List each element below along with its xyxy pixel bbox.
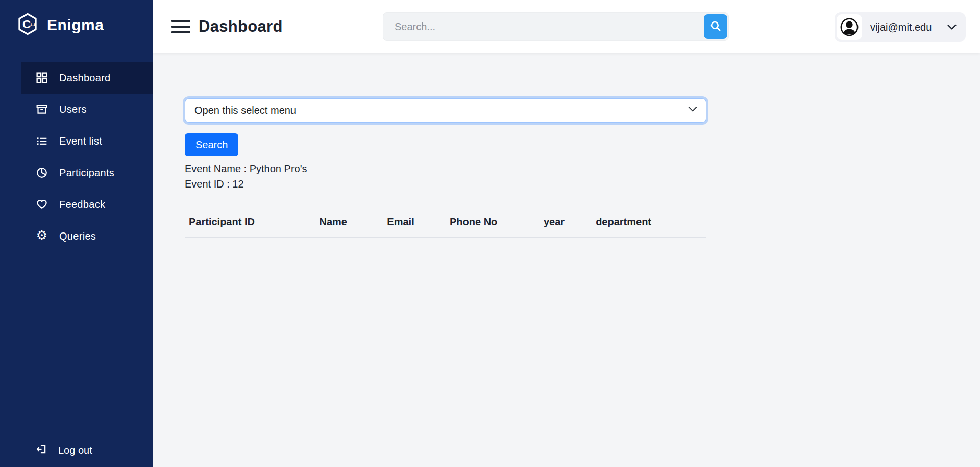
sidebar-item-logout[interactable]: Log out (0, 434, 153, 466)
app-root: C ++ Enigma Dashboard (0, 0, 980, 467)
column-header-year: year (540, 213, 592, 238)
event-id-text: Event ID : 12 (185, 176, 980, 192)
brand[interactable]: C ++ Enigma (0, 0, 153, 48)
search-input[interactable] (383, 12, 729, 41)
grid-icon (36, 72, 48, 83)
sidebar-item-label: Users (59, 104, 87, 115)
page-title: Dashboard (199, 17, 283, 36)
chevron-down-icon (947, 24, 957, 30)
sidebar-nav: Dashboard Users (0, 62, 153, 252)
column-header-name: Name (315, 213, 383, 238)
sidebar-item-dashboard[interactable]: Dashboard (21, 62, 153, 94)
main-column: Dashboard (153, 0, 980, 467)
list-icon (36, 135, 48, 147)
search-icon (709, 20, 722, 34)
participants-table: Participant ID Name Email Phone No year … (185, 213, 706, 238)
svg-text:++: ++ (30, 21, 36, 28)
logout-icon (36, 443, 47, 457)
avatar (837, 14, 862, 40)
hamburger-menu-icon[interactable] (172, 20, 190, 33)
sidebar-item-label: Participants (59, 167, 114, 179)
column-header-participant-id: Participant ID (185, 213, 315, 238)
sidebar-item-label: Feedback (59, 199, 105, 211)
logout-label: Log out (58, 445, 92, 456)
event-select-wrap: Open this select menu (185, 98, 706, 123)
participants-table-header-row: Participant ID Name Email Phone No year … (185, 213, 706, 238)
column-header-email: Email (383, 213, 446, 238)
gear-icon: ⚙ (36, 230, 48, 243)
user-email: vijai@mit.edu (870, 21, 932, 33)
dashboard-content: Open this select menu Search Event Name … (153, 53, 980, 467)
sidebar: C ++ Enigma Dashboard (0, 0, 153, 467)
sidebar-item-queries[interactable]: ⚙ Queries (0, 220, 153, 252)
sidebar-item-users[interactable]: Users (0, 94, 153, 125)
top-header: Dashboard (153, 0, 980, 53)
column-header-phone-no: Phone No (446, 213, 540, 238)
event-select[interactable]: Open this select menu (185, 98, 706, 123)
header-search-button[interactable] (704, 14, 727, 39)
sidebar-item-label: Dashboard (59, 72, 111, 84)
column-header-department: department (592, 213, 706, 238)
brand-name: Enigma (47, 16, 104, 34)
search-button[interactable]: Search (185, 133, 238, 156)
sidebar-item-event-list[interactable]: Event list (0, 125, 153, 157)
pie-chart-icon (36, 167, 48, 178)
sidebar-item-label: Event list (59, 135, 102, 147)
archive-box-icon (36, 104, 48, 115)
user-menu[interactable]: vijai@mit.edu (835, 12, 966, 42)
event-name-text: Event Name : Python Pro's (185, 161, 980, 176)
header-search (383, 12, 729, 41)
sidebar-item-participants[interactable]: Participants (0, 157, 153, 189)
cpp-logo-icon: C ++ (17, 13, 38, 37)
heart-icon (36, 199, 48, 210)
sidebar-item-label: Queries (59, 230, 96, 242)
sidebar-item-feedback[interactable]: Feedback (0, 189, 153, 220)
event-info: Event Name : Python Pro's Event ID : 12 (185, 161, 980, 192)
